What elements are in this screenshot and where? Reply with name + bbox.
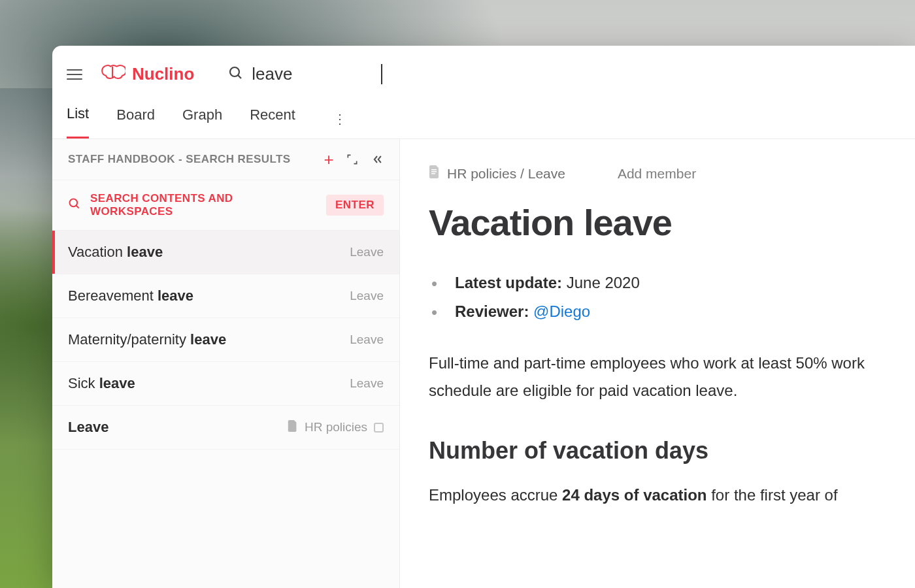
brand-name: Nuclino xyxy=(132,64,194,84)
result-title: Vacation leave xyxy=(68,244,350,261)
search-icon xyxy=(68,197,81,214)
meta-list: Latest update: June 2020 Reviewer: @Dieg… xyxy=(451,274,915,321)
result-category: HR policies xyxy=(288,420,384,434)
breadcrumb[interactable]: HR policies / Leave xyxy=(429,165,565,182)
result-category: Leave xyxy=(350,289,384,303)
search-result[interactable]: Vacation leaveLeave xyxy=(52,231,399,274)
search-result[interactable]: Maternity/paternity leaveLeave xyxy=(52,318,399,362)
collapse-sidebar-button[interactable] xyxy=(371,153,384,166)
sidebar: STAFF HANDBOOK - SEARCH RESULTS + SEARCH… xyxy=(52,139,400,588)
page-icon xyxy=(429,165,441,182)
expand-icon[interactable] xyxy=(346,153,359,166)
meta-latest-update: Latest update: June 2020 xyxy=(451,274,915,292)
topbar: Nuclino xyxy=(52,46,915,99)
tab-list[interactable]: List xyxy=(67,99,89,139)
search-icon xyxy=(228,65,244,84)
result-category: Leave xyxy=(350,333,384,347)
content-header: HR policies / Leave Add member xyxy=(429,165,915,182)
page-icon xyxy=(288,420,298,434)
search-all-label: SEARCH CONTENTS AND WORKSPACES xyxy=(90,192,317,218)
add-member-button[interactable]: Add member xyxy=(618,166,696,182)
hamburger-menu-button[interactable] xyxy=(67,65,85,84)
result-category: Leave xyxy=(350,376,384,391)
add-item-button[interactable]: + xyxy=(324,151,334,168)
search-result[interactable]: Sick leaveLeave xyxy=(52,362,399,406)
page-title: Vacation leave xyxy=(429,201,915,244)
result-title: Leave xyxy=(68,419,288,436)
brain-icon xyxy=(99,61,125,87)
search-results-list: Vacation leaveLeaveBereavement leaveLeav… xyxy=(52,231,399,449)
svg-rect-4 xyxy=(431,169,437,171)
main-area: STAFF HANDBOOK - SEARCH RESULTS + SEARCH… xyxy=(52,139,915,588)
meta-reviewer: Reviewer: @Diego xyxy=(451,302,915,321)
app-window: Nuclino List Board Graph Recent ⋮ STAFF … xyxy=(52,46,915,588)
search-field[interactable] xyxy=(228,64,382,84)
result-title: Maternity/paternity leave xyxy=(68,331,350,348)
sidebar-header-title: STAFF HANDBOOK - SEARCH RESULTS xyxy=(68,153,312,166)
svg-rect-6 xyxy=(431,173,435,174)
tab-graph[interactable]: Graph xyxy=(182,100,222,138)
result-title: Sick leave xyxy=(68,375,350,392)
view-tabs: List Board Graph Recent ⋮ xyxy=(52,99,915,139)
section-paragraph: Employees accrue 24 days of vacation for… xyxy=(429,482,915,509)
intro-paragraph: Full-time and part-time employees who wo… xyxy=(429,350,915,404)
sidebar-header: STAFF HANDBOOK - SEARCH RESULTS + xyxy=(52,139,399,180)
result-category: Leave xyxy=(350,245,384,259)
content-pane: HR policies / Leave Add member Vacation … xyxy=(400,139,915,588)
more-options-button[interactable]: ⋮ xyxy=(327,107,353,131)
collection-icon xyxy=(374,423,384,433)
svg-line-3 xyxy=(76,205,79,208)
breadcrumb-text: HR policies / Leave xyxy=(447,166,565,182)
enter-key-badge: ENTER xyxy=(326,195,384,216)
tab-board[interactable]: Board xyxy=(116,100,155,138)
search-all-row[interactable]: SEARCH CONTENTS AND WORKSPACES ENTER xyxy=(52,180,399,231)
brand-logo[interactable]: Nuclino xyxy=(99,61,194,87)
search-result[interactable]: LeaveHR policies xyxy=(52,406,399,449)
svg-point-0 xyxy=(230,67,239,76)
svg-point-2 xyxy=(70,199,78,206)
result-title: Bereavement leave xyxy=(68,287,350,304)
svg-line-1 xyxy=(238,75,241,78)
search-result[interactable]: Bereavement leaveLeave xyxy=(52,274,399,318)
search-input[interactable] xyxy=(252,64,382,84)
svg-rect-5 xyxy=(431,171,437,172)
tab-recent[interactable]: Recent xyxy=(250,100,295,138)
user-mention[interactable]: @Diego xyxy=(533,302,590,320)
section-heading: Number of vacation days xyxy=(429,437,915,465)
